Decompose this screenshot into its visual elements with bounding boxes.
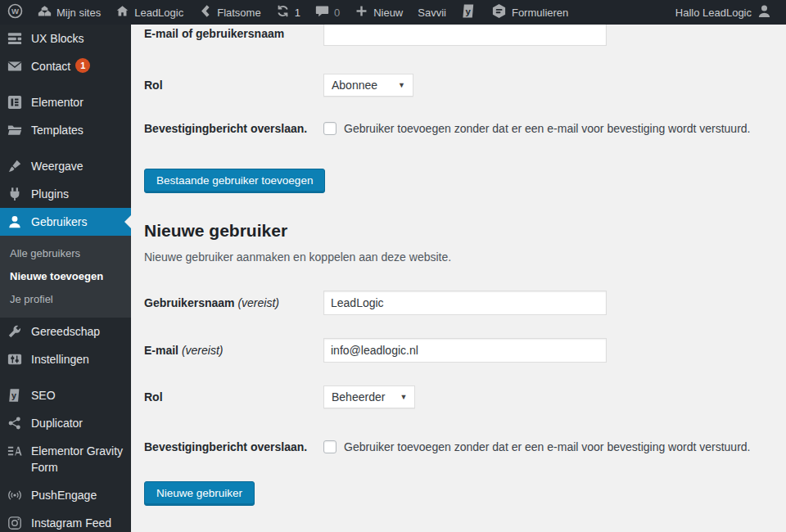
- sidebar-item-duplicator[interactable]: Duplicator: [0, 409, 131, 437]
- new-label: Nieuw: [373, 7, 403, 19]
- wordpress-admin-screen: W Mijn sites LeadLogic Flatsome: [0, 0, 786, 532]
- existing-role-row: Rol Abonnee ▼: [144, 74, 770, 97]
- submenu-item-nieuwe-toevoegen[interactable]: Nieuwe toevoegen: [0, 265, 131, 288]
- sidebar-item-instagram-feed[interactable]: Instagram Feed For Elementor: [0, 509, 131, 532]
- wordpress-logo-icon: W: [7, 3, 23, 21]
- envelope-icon: [7, 58, 23, 74]
- sidebar-item-pushengage[interactable]: PushEngage: [0, 481, 131, 509]
- sidebar-item-label: PushEngage: [31, 487, 126, 503]
- user-icon: [7, 214, 23, 230]
- sidebar-item-label: Templates: [31, 122, 126, 138]
- sidebar-item-instellingen[interactable]: Instellingen: [0, 345, 131, 373]
- existing-role-value: Abonnee: [332, 79, 377, 92]
- existing-email-label: E-mail of gebruikersnaam: [144, 26, 323, 41]
- folder-icon: [7, 122, 23, 138]
- menu-separator: [0, 80, 131, 88]
- new-role-select[interactable]: Beheerder ▼: [323, 385, 415, 408]
- elementor-gravity-icon: [7, 443, 23, 459]
- theme-menu[interactable]: Flatsome: [191, 0, 268, 25]
- existing-skip-checkbox[interactable]: [323, 122, 337, 135]
- paintbrush-icon: [7, 158, 23, 174]
- comments-count: 0: [334, 7, 340, 19]
- sidebar-item-label: Contact1: [31, 58, 126, 74]
- sidebar-item-elementor-gravity-form[interactable]: Elementor Gravity Form: [0, 437, 131, 481]
- add-existing-user-button[interactable]: Bestaande gebruiker toevoegen: [144, 169, 325, 193]
- existing-submit-row: Bestaande gebruiker toevoegen: [144, 169, 770, 193]
- new-content-menu[interactable]: Nieuw: [347, 0, 410, 25]
- sidebar-item-label: Weergave: [31, 158, 126, 174]
- email-label: E-mail (vereist): [144, 343, 323, 358]
- multisite-icon: [38, 4, 52, 20]
- existing-skip-label: Bevestigingbericht overslaan.: [144, 121, 323, 136]
- sidebar-item-gereedschap[interactable]: Gereedschap: [0, 318, 131, 345]
- existing-user-email-row: E-mail of gebruikersnaam: [144, 25, 770, 46]
- site-menu[interactable]: LeadLogic: [108, 0, 191, 25]
- sidebar-item-templates[interactable]: Templates: [0, 116, 131, 144]
- share-nodes-icon: [7, 415, 23, 431]
- chevron-down-icon: ▼: [398, 81, 405, 89]
- wordpress-logo-menu[interactable]: W: [0, 0, 30, 25]
- sidebar-item-seo[interactable]: y SEO: [0, 381, 131, 409]
- new-skip-checkbox-wrap: Gebruiker toevoegen zonder dat er een e-…: [323, 440, 751, 453]
- sidebar-item-label: Instagram Feed For Elementor: [31, 515, 126, 532]
- existing-skip-text: Gebruiker toevoegen zonder dat er een e-…: [344, 122, 751, 135]
- chevron-down-icon: ▼: [400, 393, 407, 401]
- yoast-menu[interactable]: y: [454, 0, 484, 25]
- sidebar-item-gebruikers[interactable]: Gebruikers: [0, 208, 131, 236]
- flatsome-icon: [198, 4, 212, 20]
- admin-bar-right: Hallo LeadLogic: [668, 0, 786, 25]
- email-row: E-mail (vereist): [144, 338, 770, 363]
- updates-menu[interactable]: 1: [269, 0, 308, 25]
- greeting-label: Hallo LeadLogic: [675, 7, 752, 19]
- yoast-seo-icon: y: [7, 387, 23, 404]
- sidebar-item-weergave[interactable]: Weergave: [0, 152, 131, 180]
- my-sites-menu[interactable]: Mijn sites: [30, 0, 108, 25]
- username-required: (vereist): [237, 296, 279, 309]
- gebruikers-submenu: Alle gebruikers Nieuwe toevoegen Je prof…: [0, 236, 131, 318]
- sidebar-item-label: Duplicator: [31, 415, 126, 431]
- existing-email-input[interactable]: [323, 25, 607, 46]
- new-user-heading-row: Nieuwe gebruiker: [144, 220, 770, 241]
- add-new-user-button[interactable]: Nieuwe gebruiker: [144, 481, 255, 506]
- add-user-page: E-mail of gebruikersnaam Rol Abonnee ▼ B…: [131, 25, 786, 532]
- avatar-icon: [757, 3, 772, 21]
- existing-role-select[interactable]: Abonnee ▼: [323, 74, 413, 97]
- menu-separator: [0, 144, 131, 152]
- new-submit-row: Nieuwe gebruiker: [144, 481, 770, 506]
- svg-text:y: y: [11, 390, 16, 400]
- forms-menu[interactable]: Formulieren: [484, 0, 576, 25]
- yoast-icon: y: [461, 3, 477, 21]
- theme-name-label: Flatsome: [217, 7, 260, 19]
- my-sites-label: Mijn sites: [56, 7, 101, 19]
- blocks-icon: [7, 30, 23, 47]
- svg-text:W: W: [11, 7, 19, 16]
- my-account-menu[interactable]: Hallo LeadLogic: [668, 0, 779, 25]
- new-role-value: Beheerder: [332, 390, 385, 404]
- sidebar-item-plugins[interactable]: Plugins: [0, 180, 131, 208]
- sidebar-item-elementor[interactable]: Elementor: [0, 88, 131, 116]
- new-user-description-row: Nieuwe gebruiker aanmaken en koppelen aa…: [144, 250, 770, 264]
- sidebar-item-contact[interactable]: Contact1: [0, 52, 131, 80]
- new-skip-checkbox[interactable]: [323, 440, 337, 453]
- savvii-label: Savvii: [418, 7, 446, 19]
- sidebar-item-label: Gereedschap: [31, 323, 126, 340]
- submenu-item-je-profiel[interactable]: Je profiel: [0, 288, 131, 311]
- admin-layout: UX Blocks Contact1 Elementor Templat: [0, 25, 786, 532]
- sidebar-item-ux-blocks[interactable]: UX Blocks: [0, 25, 131, 52]
- username-input[interactable]: [323, 291, 607, 315]
- new-user-description: Nieuwe gebruiker aanmaken en koppelen aa…: [144, 250, 770, 264]
- admin-bar: W Mijn sites LeadLogic Flatsome: [0, 0, 786, 25]
- existing-skip-row: Bevestigingbericht overslaan. Gebruiker …: [144, 121, 770, 136]
- sidebar-item-label: Elementor Gravity Form: [31, 443, 126, 476]
- admin-sidebar-menu: UX Blocks Contact1 Elementor Templat: [0, 25, 131, 532]
- username-label: Gebruikersnaam (vereist): [144, 295, 323, 310]
- settings-sliders-icon: [7, 351, 23, 367]
- forms-label: Formulieren: [512, 7, 568, 19]
- new-skip-row: Bevestigingbericht overslaan. Gebruiker …: [144, 440, 770, 454]
- email-input[interactable]: [323, 338, 607, 363]
- savvii-menu[interactable]: Savvii: [410, 0, 454, 25]
- comments-menu[interactable]: 0: [308, 0, 347, 25]
- submenu-item-alle-gebruikers[interactable]: Alle gebruikers: [0, 242, 131, 265]
- new-role-row: Rol Beheerder ▼: [144, 385, 770, 408]
- contact-count-badge: 1: [75, 58, 90, 73]
